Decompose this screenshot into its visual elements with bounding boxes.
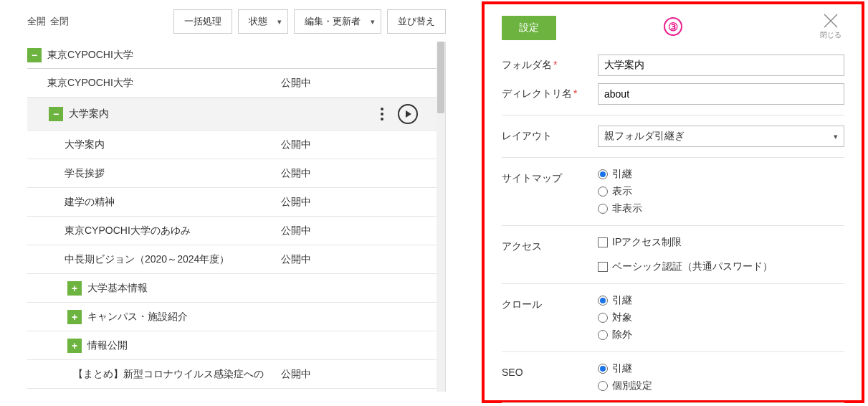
tree-item[interactable]: 情報公開 (27, 331, 437, 360)
step-badge: ③ (664, 17, 682, 36)
status-label: 公開中 (281, 77, 311, 90)
sitemap-inherit[interactable]: 引継 (598, 168, 844, 181)
crawl-inherit[interactable]: 引継 (598, 294, 844, 307)
expand-all[interactable]: 全開 (27, 15, 46, 28)
collapse-all[interactable]: 全閉 (50, 15, 69, 28)
close-label: 閉じる (820, 30, 841, 40)
tree-item[interactable]: 中長期ビジョン（2020～2024年度） 公開中 (27, 245, 437, 274)
sitemap-hide[interactable]: 非表示 (598, 202, 844, 215)
settings-tab[interactable]: 設定 (502, 16, 556, 40)
close-button[interactable]: 閉じる (820, 13, 841, 40)
radio-icon (598, 381, 608, 391)
seo-label: SEO (502, 362, 598, 378)
play-icon[interactable] (398, 104, 418, 124)
expand-icon[interactable] (67, 310, 82, 324)
page-tree[interactable]: 東京CYPOCHI大学 東京CYPOCHI大学 公開中 大学案内 大学案内 (27, 42, 445, 392)
more-icon[interactable] (381, 108, 383, 121)
layout-label: レイアウト (502, 126, 598, 143)
status-label: 公開中 (281, 225, 311, 237)
folder-name-input[interactable] (598, 55, 844, 76)
checkbox-icon (598, 262, 608, 272)
tree-item-label: 【まとめ】新型コロナウイルス感染症への (67, 368, 264, 381)
tree-item-label: 中長期ビジョン（2020～2024年度） (59, 253, 229, 266)
checkbox-icon (598, 237, 608, 247)
tree-item[interactable]: 大学基本情報 (27, 274, 437, 303)
sitemap-label: サイトマップ (502, 168, 598, 185)
radio-icon (598, 187, 608, 197)
access-basic-checkbox[interactable]: ベーシック認証（共通パスワード） (598, 260, 844, 273)
tree-item[interactable]: キャンパス・施設紹介 (27, 303, 437, 331)
layout-select[interactable]: 親フォルダ引継ぎ (598, 126, 844, 147)
radio-icon (598, 364, 608, 374)
radio-icon (598, 313, 608, 323)
crawl-exclude[interactable]: 除外 (598, 329, 844, 341)
radio-icon (598, 204, 608, 214)
crawl-target[interactable]: 対象 (598, 311, 844, 324)
tree-item-label: 大学案内 (59, 138, 105, 151)
collapse-icon[interactable] (49, 107, 63, 121)
tree-item[interactable]: 学長挨拶 公開中 (27, 159, 437, 188)
tree-item[interactable]: 【まとめ】新型コロナウイルス感染症への 公開中 (27, 360, 437, 389)
tree-pane: 全開 全閉 一括処理 状態 編集・更新者 並び替え 東京CYPOCHI大学 東京… (0, 1, 460, 392)
access-label: アクセス (502, 236, 598, 253)
directory-name-input[interactable] (598, 83, 844, 105)
directory-name-label: ディレクトリ名* (502, 83, 598, 100)
seo-custom[interactable]: 個別設定 (598, 379, 844, 392)
tree-item-label: 建学の精神 (59, 196, 115, 209)
editor-dropdown[interactable]: 編集・更新者 (294, 9, 381, 34)
tree-item-label: 大学案内 (63, 108, 109, 121)
crawl-label: クロール (502, 294, 598, 311)
tree-item[interactable]: 建学の精神 公開中 (27, 188, 437, 217)
radio-icon (598, 330, 608, 340)
tree-item-label: 学長挨拶 (59, 167, 105, 180)
close-icon (823, 13, 839, 29)
tree-item[interactable]: 東京CYPOCHI大学 公開中 (27, 69, 437, 98)
radio-icon (598, 169, 608, 179)
tree-item-label: 東京CYPOCHI大学 (42, 77, 133, 90)
tree-toolbar: 全開 全閉 一括処理 状態 編集・更新者 並び替え (27, 1, 446, 42)
status-label: 公開中 (281, 138, 311, 151)
status-label: 公開中 (281, 368, 311, 381)
tree-item-label: 東京CYPOCHI大学 (42, 49, 133, 62)
settings-panel: 設定 ③ 閉じる フォルダ名* ディレクトリ名* (482, 1, 864, 403)
bulk-dropdown[interactable]: 一括処理 (173, 9, 232, 34)
scrollbar-track[interactable] (437, 42, 445, 392)
seo-inherit[interactable]: 引継 (598, 362, 844, 375)
access-ip-checkbox[interactable]: IPアクセス制限 (598, 236, 844, 249)
radio-icon (598, 296, 608, 306)
folder-name-label: フォルダ名* (502, 55, 598, 72)
collapse-icon[interactable] (27, 48, 42, 62)
sort-dropdown[interactable]: 並び替え (387, 9, 446, 34)
status-label: 公開中 (281, 167, 311, 180)
tree-root[interactable]: 東京CYPOCHI大学 (27, 42, 437, 69)
status-label: 公開中 (281, 253, 311, 266)
scrollbar-thumb[interactable] (437, 42, 444, 113)
sitemap-show[interactable]: 表示 (598, 185, 844, 198)
expand-icon[interactable] (67, 281, 82, 296)
tree-item[interactable]: 大学案内 公開中 (27, 131, 437, 159)
status-label: 公開中 (281, 196, 311, 209)
tree-item-label: キャンパス・施設紹介 (82, 311, 188, 324)
status-dropdown[interactable]: 状態 (238, 9, 288, 34)
tree-item[interactable]: 東京CYPOCHI大学のあゆみ 公開中 (27, 217, 437, 245)
tree-item-label: 情報公開 (82, 339, 128, 352)
tree-item-label: 東京CYPOCHI大学のあゆみ (59, 225, 191, 237)
expand-icon[interactable] (67, 339, 82, 353)
tree-item-label: 大学基本情報 (82, 282, 148, 295)
tree-item-selected[interactable]: 大学案内 (27, 98, 437, 131)
